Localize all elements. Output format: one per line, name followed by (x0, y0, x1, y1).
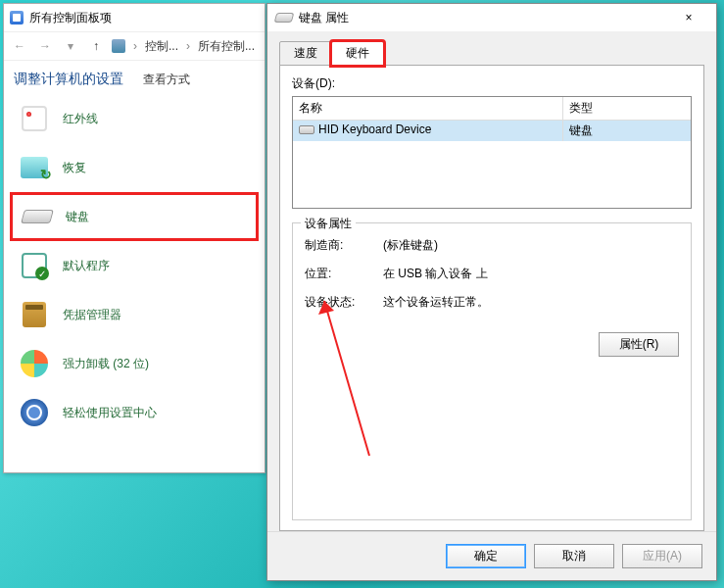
properties-button[interactable]: 属性(R) (599, 332, 679, 357)
mfr-value: (标准键盘) (383, 237, 438, 254)
window-title: 所有控制面板项 (29, 10, 112, 26)
credential-manager-icon (23, 302, 46, 327)
cp-item-label: 轻松使用设置中心 (63, 405, 157, 421)
device-type: 键盘 (563, 121, 691, 141)
breadcrumb-seg2[interactable]: 所有控制... (198, 38, 255, 55)
loc-value: 在 USB 输入设备 上 (383, 266, 488, 282)
cp-item-label: 强力卸载 (32 位) (63, 356, 149, 372)
properties-button-row: 属性(R) (305, 322, 679, 357)
device-name: HID Keyboard Device (318, 122, 431, 136)
crumb-sep-icon: › (131, 39, 139, 53)
tab-speed[interactable]: 速度 (279, 41, 332, 66)
nav-back-button[interactable]: ← (10, 36, 29, 56)
prop-status: 设备状态: 这个设备运转正常。 (305, 294, 679, 311)
nav-forward-button[interactable]: → (35, 36, 55, 56)
cp-item-label: 红外线 (63, 111, 98, 127)
devices-list: 名称 类型 HID Keyboard Device 键盘 (292, 96, 692, 209)
prop-manufacturer: 制造商: (标准键盘) (305, 237, 679, 254)
breadcrumb-icon (112, 39, 125, 53)
crumb-sep-icon: › (184, 39, 192, 53)
col-type[interactable]: 类型 (563, 97, 691, 120)
cp-item-keyboard[interactable]: 键盘 (10, 192, 259, 241)
cp-item-force-uninstall[interactable]: 强力卸载 (32 位) (10, 339, 259, 388)
window-titlebar: 所有控制面板项 (4, 4, 265, 31)
uninstall-icon (21, 350, 48, 377)
dialog-body: 速度 硬件 设备(D): 名称 类型 HID Keyboard Device 键… (267, 31, 716, 531)
cp-item-recovery[interactable]: 恢复 (10, 143, 259, 192)
control-panel-icon (10, 11, 24, 24)
default-programs-icon (22, 253, 47, 278)
stat-label: 设备状态: (305, 294, 383, 311)
cp-item-credentials[interactable]: 凭据管理器 (10, 290, 259, 339)
hardware-tab-pane: 设备(D): 名称 类型 HID Keyboard Device 键盘 设备属性… (279, 65, 704, 531)
control-panel-list: 红外线 恢复 键盘 默认程序 凭据管理器 强力卸载 (32 位) 轻松使用设置中… (4, 94, 265, 437)
tab-bar: 速度 硬件 (279, 41, 704, 66)
devices-header: 名称 类型 (293, 97, 691, 121)
close-button[interactable]: × (669, 6, 708, 29)
stat-value: 这个设备运转正常。 (383, 294, 489, 311)
infrared-icon (22, 106, 47, 131)
nav-toolbar: ← → ▾ ↑ › 控制... › 所有控制... (4, 31, 265, 61)
ease-of-access-icon (21, 399, 48, 426)
keyboard-icon (299, 125, 314, 134)
keyboard-properties-dialog: 键盘 属性 × 速度 硬件 设备(D): 名称 类型 HID Keyboard … (266, 3, 717, 581)
group-title: 设备属性 (301, 216, 356, 232)
page-heading: 调整计算机的设置 (14, 71, 123, 88)
view-by-label: 查看方式 (143, 72, 190, 88)
cp-item-label: 键盘 (66, 209, 89, 225)
keyboard-icon (21, 210, 54, 223)
dialog-title: 键盘 属性 (299, 10, 349, 26)
close-icon: × (685, 11, 692, 24)
cp-item-default-programs[interactable]: 默认程序 (10, 241, 259, 290)
apply-button[interactable]: 应用(A) (622, 544, 702, 568)
tab-hardware[interactable]: 硬件 (331, 41, 384, 66)
cp-item-label: 凭据管理器 (63, 307, 121, 323)
dialog-footer: 确定 取消 应用(A) (267, 531, 716, 580)
prop-location: 位置: 在 USB 输入设备 上 (305, 266, 679, 282)
col-name[interactable]: 名称 (293, 97, 563, 120)
cp-item-infrared[interactable]: 红外线 (10, 94, 259, 143)
annotation-arrow-icon (311, 289, 379, 461)
cancel-button[interactable]: 取消 (534, 544, 614, 568)
mfr-label: 制造商: (305, 237, 383, 254)
nav-recent-dropdown[interactable]: ▾ (61, 36, 80, 56)
device-row[interactable]: HID Keyboard Device 键盘 (293, 121, 691, 141)
heading-row: 调整计算机的设置 查看方式 (4, 61, 265, 94)
dialog-titlebar: 键盘 属性 × (267, 4, 716, 31)
cp-item-label: 默认程序 (63, 258, 110, 274)
control-panel-window: 所有控制面板项 ← → ▾ ↑ › 控制... › 所有控制... 调整计算机的… (3, 3, 265, 473)
breadcrumb-seg1[interactable]: 控制... (145, 38, 178, 55)
ok-button[interactable]: 确定 (446, 544, 526, 568)
devices-label: 设备(D): (292, 75, 692, 92)
loc-label: 位置: (305, 266, 383, 282)
nav-up-button[interactable]: ↑ (86, 36, 106, 56)
cp-item-label: 恢复 (63, 160, 86, 176)
keyboard-icon (274, 13, 295, 23)
device-properties-group: 设备属性 制造商: (标准键盘) 位置: 在 USB 输入设备 上 设备状态: … (292, 222, 692, 520)
cp-item-ease-of-access[interactable]: 轻松使用设置中心 (10, 388, 259, 437)
recovery-icon (21, 157, 48, 178)
